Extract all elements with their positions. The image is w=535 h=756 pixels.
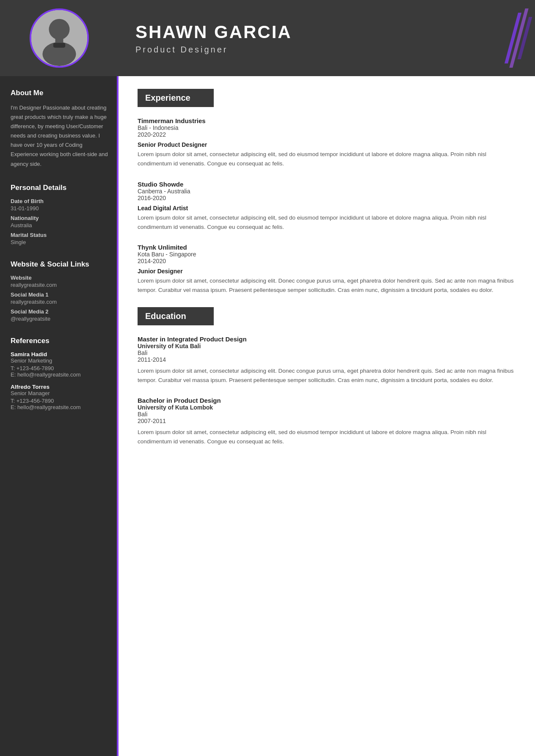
job3-role: Junior Designer bbox=[138, 268, 516, 275]
header-title-area: SHAWN GARCIA Product Designer bbox=[119, 9, 535, 67]
job2-company: Studio Showde bbox=[138, 181, 516, 188]
social-links-title: Website & Social Links bbox=[11, 260, 108, 269]
resume-header: SHAWN GARCIA Product Designer bbox=[0, 0, 535, 76]
job2-location: Canberra - Australia bbox=[138, 188, 516, 195]
edu1-university: University of Kuta Bali bbox=[138, 343, 516, 349]
dob-value: 31-01-1990 bbox=[11, 205, 108, 212]
marital-value: Single bbox=[11, 239, 108, 245]
edu-entry-2: Bachelor in Product Design University of… bbox=[138, 397, 516, 447]
job3-company: Thynk Unlimited bbox=[138, 244, 516, 251]
job-entry-2: Studio Showde Canberra - Australia 2016-… bbox=[138, 181, 516, 232]
job3-location: Kota Baru - Singapore bbox=[138, 251, 516, 258]
about-section: About Me I'm Designer Passionate about c… bbox=[11, 89, 108, 169]
edu2-degree: Bachelor in Product Design bbox=[138, 397, 516, 404]
resume-job-title: Product Designer bbox=[135, 45, 518, 55]
svg-point-1 bbox=[49, 19, 69, 40]
personal-details-section: Personal Details Date of Birth 31-01-199… bbox=[11, 184, 108, 245]
experience-section: Experience Timmerman Industries Bali - I… bbox=[138, 89, 516, 295]
job1-desc: Lorem ipsum dolor sit amet, consectetur … bbox=[138, 150, 516, 169]
job-entry-1: Timmerman Industries Bali - Indonesia 20… bbox=[138, 117, 516, 169]
resume-name: SHAWN GARCIA bbox=[135, 22, 518, 42]
job1-company: Timmerman Industries bbox=[138, 117, 516, 124]
references-title: References bbox=[11, 337, 108, 345]
website-value: reallygreatsite.com bbox=[11, 282, 108, 288]
avatar bbox=[30, 8, 89, 68]
edu2-location: Bali bbox=[138, 411, 516, 418]
website-label: Website bbox=[11, 275, 108, 281]
personal-details-title: Personal Details bbox=[11, 184, 108, 192]
main-content: About Me I'm Designer Passionate about c… bbox=[0, 76, 535, 756]
ref1-name: Samira Hadid bbox=[11, 351, 108, 357]
nationality-label: Nationality bbox=[11, 215, 108, 221]
social2-value: @reallygreatsite bbox=[11, 316, 108, 322]
ref2-phone: T: +123-456-7890 bbox=[11, 398, 108, 404]
edu2-desc: Lorem ipsum dolor sit amet, consectetur … bbox=[138, 428, 516, 447]
references-section: References Samira Hadid Senior Marketing… bbox=[11, 337, 108, 410]
experience-section-header: Experience bbox=[138, 89, 214, 107]
job1-location: Bali - Indonesia bbox=[138, 124, 516, 131]
edu1-degree: Master in Integrated Product Design bbox=[138, 335, 516, 343]
job1-years: 2020-2022 bbox=[138, 131, 516, 138]
ref2-email: E: hello@reallygreatsite.com bbox=[11, 404, 108, 410]
edu1-location: Bali bbox=[138, 349, 516, 356]
dob-label: Date of Birth bbox=[11, 198, 108, 204]
job2-desc: Lorem ipsum dolor sit amet, consectetur … bbox=[138, 213, 516, 232]
edu1-desc: Lorem ipsum dolor sit amet, consectetur … bbox=[138, 366, 516, 385]
social2-label: Social Media 2 bbox=[11, 308, 108, 315]
edu1-years: 2011-2014 bbox=[138, 356, 516, 363]
ref2-name: Alfredo Torres bbox=[11, 384, 108, 390]
job3-years: 2014-2020 bbox=[138, 258, 516, 264]
ref1-role: Senior Marketing bbox=[11, 357, 108, 364]
ref1-phone: T: +123-456-7890 bbox=[11, 365, 108, 371]
education-section: Education Master in Integrated Product D… bbox=[138, 307, 516, 447]
sidebar: About Me I'm Designer Passionate about c… bbox=[0, 76, 119, 756]
job2-years: 2016-2020 bbox=[138, 195, 516, 201]
edu2-university: University of Kuta Lombok bbox=[138, 404, 516, 411]
about-title: About Me bbox=[11, 89, 108, 97]
social-links-section: Website & Social Links Website reallygre… bbox=[11, 260, 108, 322]
education-section-header: Education bbox=[138, 307, 214, 325]
social1-value: reallygreatsite.com bbox=[11, 299, 108, 305]
edu-entry-1: Master in Integrated Product Design Univ… bbox=[138, 335, 516, 385]
right-content: Experience Timmerman Industries Bali - I… bbox=[119, 76, 535, 756]
about-text: I'm Designer Passionate about creating g… bbox=[11, 103, 108, 169]
ref1-email: E: hello@reallygreatsite.com bbox=[11, 371, 108, 378]
job2-role: Lead Digital Artist bbox=[138, 205, 516, 212]
job1-role: Senior Product Designer bbox=[138, 141, 516, 148]
job3-desc: Lorem ipsum dolor sit amet, consectetur … bbox=[138, 276, 516, 295]
avatar-wrap bbox=[0, 0, 119, 76]
svg-rect-4 bbox=[53, 43, 65, 47]
nationality-value: Australia bbox=[11, 222, 108, 228]
ref2-role: Senior Manager bbox=[11, 390, 108, 396]
job-entry-3: Thynk Unlimited Kota Baru - Singapore 20… bbox=[138, 244, 516, 295]
edu2-years: 2007-2011 bbox=[138, 418, 516, 424]
social1-label: Social Media 1 bbox=[11, 291, 108, 298]
marital-label: Marital Status bbox=[11, 232, 108, 238]
